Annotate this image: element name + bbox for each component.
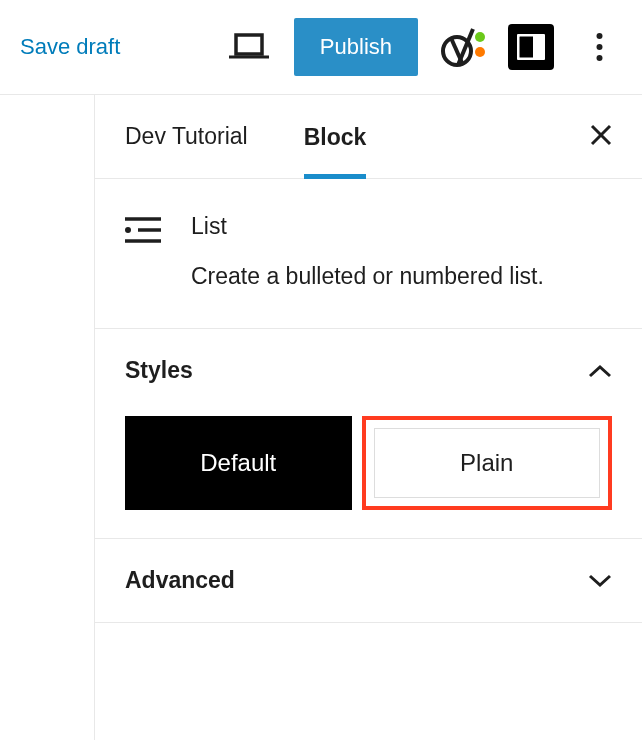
svg-point-3 — [475, 32, 485, 42]
advanced-section: Advanced — [95, 539, 642, 623]
preview-desktop-icon[interactable] — [226, 24, 272, 70]
styles-section-toggle[interactable]: Styles — [125, 357, 612, 384]
publish-button[interactable]: Publish — [294, 18, 418, 76]
block-info-panel: List Create a bulleted or numbered list. — [95, 179, 642, 329]
svg-point-13 — [125, 227, 131, 233]
list-block-icon — [125, 215, 161, 292]
chevron-down-icon — [588, 574, 612, 588]
tab-dev-tutorial[interactable]: Dev Tutorial — [125, 95, 248, 178]
settings-sidebar: Dev Tutorial Block List Create a bullete… — [94, 95, 642, 740]
more-options-button[interactable] — [576, 24, 622, 70]
block-text: List Create a bulleted or numbered list. — [191, 213, 544, 292]
tab-block[interactable]: Block — [304, 96, 367, 179]
svg-point-9 — [596, 55, 602, 61]
panel-icon — [517, 34, 545, 60]
svg-rect-0 — [236, 35, 262, 54]
top-toolbar: Save draft Publish — [0, 0, 642, 95]
block-title: List — [191, 213, 544, 240]
styles-section: Styles Default Plain — [95, 329, 642, 539]
svg-point-4 — [475, 47, 485, 57]
yoast-seo-icon[interactable] — [440, 24, 486, 70]
chevron-up-icon — [588, 364, 612, 378]
block-description: Create a bulleted or numbered list. — [191, 260, 544, 292]
advanced-section-toggle[interactable]: Advanced — [125, 567, 612, 594]
laptop-icon — [229, 32, 269, 62]
svg-point-8 — [596, 44, 602, 50]
style-option-default[interactable]: Default — [125, 416, 352, 510]
close-sidebar-button[interactable] — [590, 124, 612, 150]
highlight-annotation: Plain — [362, 416, 613, 510]
svg-point-7 — [596, 33, 602, 39]
advanced-section-title: Advanced — [125, 567, 235, 594]
style-option-plain[interactable]: Plain — [374, 428, 601, 498]
styles-section-title: Styles — [125, 357, 193, 384]
style-options: Default Plain — [125, 416, 612, 510]
sidebar-tabs: Dev Tutorial Block — [95, 95, 642, 179]
close-icon — [590, 124, 612, 146]
save-draft-button[interactable]: Save draft — [20, 34, 120, 60]
settings-panel-toggle[interactable] — [508, 24, 554, 70]
yoast-icon — [441, 27, 485, 67]
svg-rect-6 — [533, 35, 544, 59]
kebab-menu-icon — [596, 32, 603, 62]
